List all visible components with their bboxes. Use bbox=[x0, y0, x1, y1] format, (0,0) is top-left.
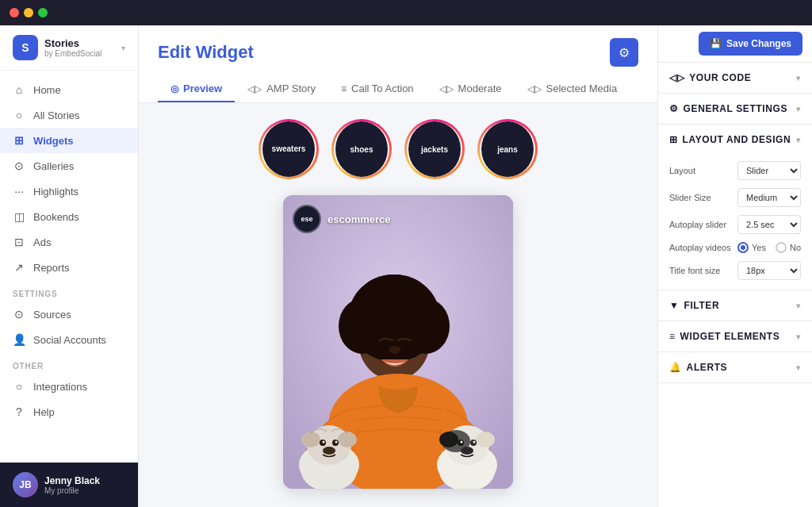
right-panel: 💾 Save Changes ◁▷ YOUR CODE ▾ ⚙ GENERAL … bbox=[657, 0, 812, 507]
tab-selected-media[interactable]: ◁▷ Selected Media bbox=[515, 76, 630, 102]
autoplay-videos-label: Autoplay videos bbox=[669, 243, 731, 252]
story-circle-jackets[interactable]: jackets bbox=[404, 119, 465, 179]
autoplay-yes-option[interactable]: Yes bbox=[737, 242, 766, 253]
svg-point-30 bbox=[473, 441, 476, 444]
general-settings-icon: ⚙ bbox=[669, 103, 679, 114]
moderate-tab-icon: ◁▷ bbox=[439, 83, 454, 94]
profile-info: Jenny Black My profile bbox=[44, 475, 100, 495]
widget-elements-icon: ≡ bbox=[669, 331, 676, 342]
traffic-light-yellow[interactable] bbox=[24, 8, 33, 17]
settings-section-label: SETTINGS bbox=[0, 280, 138, 302]
sidebar-item-label: Bookends bbox=[33, 211, 79, 223]
sidebar-item-bookends[interactable]: ◫ Bookends bbox=[0, 204, 138, 229]
layout-label: Layout bbox=[669, 166, 695, 175]
story-label-shoes: shoes bbox=[350, 145, 373, 154]
slider-size-select[interactable]: Small Medium Large bbox=[737, 188, 801, 207]
sidebar-item-highlights[interactable]: ··· Highlights bbox=[0, 179, 138, 204]
sidebar-item-reports[interactable]: ↗ Reports bbox=[0, 255, 138, 280]
radio-yes-dot bbox=[737, 242, 749, 253]
sidebar-item-galleries[interactable]: ⊙ Galleries bbox=[0, 153, 138, 179]
panel-section-widget-elements: ≡ WIDGET ELEMENTS ▾ bbox=[658, 321, 812, 352]
layout-icon: ⊞ bbox=[669, 134, 678, 145]
selected-media-tab-icon: ◁▷ bbox=[527, 83, 542, 94]
sidebar-item-label: Ads bbox=[33, 236, 51, 248]
sidebar-nav: ⌂ Home ○ All Stories ⊞ Widgets ⊙ Galleri… bbox=[0, 71, 138, 462]
preview-tab-icon: ◎ bbox=[170, 83, 178, 94]
sidebar-item-integrations[interactable]: ○ Integrations bbox=[0, 374, 138, 399]
sidebar-item-social-accounts[interactable]: 👤 Social Accounts bbox=[0, 327, 138, 352]
sidebar-item-ads[interactable]: ⊡ Ads bbox=[0, 229, 138, 255]
title-font-size-field: Title font size 14px 16px 18px 20px 24px bbox=[669, 261, 801, 280]
highlights-icon: ··· bbox=[13, 185, 25, 198]
chevron-down-icon: ▾ bbox=[796, 136, 801, 144]
panel-section-header-general-settings[interactable]: ⚙ GENERAL SETTINGS ▾ bbox=[658, 94, 812, 124]
story-label-jeans: jeans bbox=[497, 145, 518, 154]
sidebar-item-all-stories[interactable]: ○ All Stories bbox=[0, 102, 138, 128]
alerts-icon: 🔔 bbox=[669, 362, 682, 373]
save-icon: 💾 bbox=[710, 38, 722, 49]
preview-card[interactable]: ese escommerce bbox=[283, 195, 513, 489]
panel-section-header-widget-elements[interactable]: ≡ WIDGET ELEMENTS ▾ bbox=[658, 321, 812, 351]
logo-name: Stories bbox=[44, 37, 102, 49]
sidebar-item-sources[interactable]: ⊙ Sources bbox=[0, 302, 138, 327]
tab-preview[interactable]: ◎ Preview bbox=[158, 76, 235, 102]
logo-sub: by EmbedSocial bbox=[44, 49, 102, 58]
reports-icon: ↗ bbox=[13, 261, 25, 274]
panel-section-layout-design: ⊞ LAYOUT AND DESIGN ▾ Layout Slider Grid… bbox=[658, 125, 812, 290]
help-icon: ? bbox=[13, 405, 25, 418]
sources-icon: ⊙ bbox=[13, 308, 25, 321]
autoplay-slider-select[interactable]: 1 sec 2 sec 2.5 sec 3 sec 5 sec bbox=[737, 215, 801, 234]
chevron-down-icon: ▾ bbox=[796, 332, 801, 341]
panel-section-filter: ▼ FILTER ▾ bbox=[658, 290, 812, 321]
radio-no-dot bbox=[776, 242, 787, 253]
panel-section-header-layout-design[interactable]: ⊞ LAYOUT AND DESIGN ▾ bbox=[658, 125, 812, 155]
chevron-down-icon: ▾ bbox=[796, 74, 801, 83]
tab-moderate[interactable]: ◁▷ Moderate bbox=[427, 76, 515, 102]
filter-icon: ▼ bbox=[669, 300, 679, 311]
story-label-sweaters: sweaters bbox=[272, 144, 306, 154]
settings-gear-button[interactable]: ⚙ bbox=[610, 38, 638, 67]
galleries-icon: ⊙ bbox=[13, 159, 25, 172]
sidebar-item-home[interactable]: ⌂ Home bbox=[0, 77, 138, 102]
story-circle-sweaters[interactable]: sweaters bbox=[259, 119, 319, 179]
sidebar-item-help[interactable]: ? Help bbox=[0, 399, 138, 424]
sidebar-profile[interactable]: JB Jenny Black My profile bbox=[0, 462, 138, 507]
traffic-light-red[interactable] bbox=[10, 8, 19, 17]
autoplay-videos-field: Autoplay videos Yes No bbox=[669, 242, 801, 253]
traffic-light-green[interactable] bbox=[38, 8, 48, 17]
story-circle-shoes[interactable]: shoes bbox=[331, 119, 392, 179]
sidebar-item-label: Sources bbox=[33, 309, 71, 321]
story-circle-jeans[interactable]: jeans bbox=[477, 119, 538, 179]
panel-section-header-filter[interactable]: ▼ FILTER ▾ bbox=[658, 290, 812, 321]
sidebar-item-label: Highlights bbox=[33, 186, 79, 198]
svg-point-15 bbox=[338, 432, 357, 447]
tab-call-to-action[interactable]: ≡ Call To Action bbox=[328, 76, 427, 102]
svg-point-18 bbox=[323, 441, 325, 444]
sidebar-item-widgets[interactable]: ⊞ Widgets bbox=[0, 128, 138, 153]
panel-section-general-settings: ⚙ GENERAL SETTINGS ▾ bbox=[658, 94, 812, 125]
tabs-bar: ◎ Preview ◁▷ AMP Story ≡ Call To Action … bbox=[158, 76, 638, 102]
sidebar-item-label: Galleries bbox=[33, 160, 74, 172]
sidebar-item-label: All Stories bbox=[33, 109, 80, 121]
slider-size-field: Slider Size Small Medium Large bbox=[669, 188, 801, 207]
sidebar-logo[interactable]: S Stories by EmbedSocial ▾ bbox=[0, 25, 138, 71]
gear-icon: ⚙ bbox=[619, 45, 630, 60]
svg-point-19 bbox=[335, 441, 338, 444]
svg-point-8 bbox=[358, 275, 430, 322]
autoplay-no-option[interactable]: No bbox=[776, 242, 801, 253]
save-changes-button[interactable]: 💾 Save Changes bbox=[699, 32, 802, 56]
sidebar-item-label: Help bbox=[33, 406, 55, 418]
panel-section-your-code: ◁▷ YOUR CODE ▾ bbox=[658, 63, 812, 94]
preview-avatar: ese bbox=[293, 205, 321, 233]
tab-amp-story[interactable]: ◁▷ AMP Story bbox=[235, 76, 328, 102]
chevron-down-icon: ▾ bbox=[796, 363, 801, 372]
title-font-size-select[interactable]: 14px 16px 18px 20px 24px bbox=[737, 261, 801, 280]
layout-field: Layout Slider Grid Carousel bbox=[669, 161, 801, 180]
panel-section-header-your-code[interactable]: ◁▷ YOUR CODE ▾ bbox=[658, 63, 812, 93]
other-section-label: OTHER bbox=[0, 352, 138, 374]
widget-preview-area: sweaters shoes jackets bbox=[139, 103, 657, 507]
profile-name: Jenny Black bbox=[44, 475, 100, 486]
svg-point-25 bbox=[476, 432, 495, 447]
panel-section-header-alerts[interactable]: 🔔 ALERTS ▾ bbox=[658, 352, 812, 382]
layout-select[interactable]: Slider Grid Carousel bbox=[737, 161, 801, 180]
